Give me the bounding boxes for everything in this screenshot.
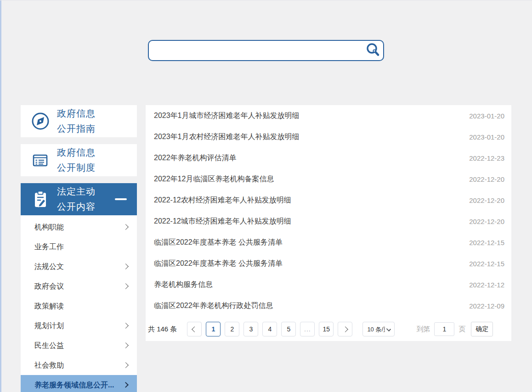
page-number-button[interactable]: ...: [300, 322, 315, 336]
sidebar-menu-item[interactable]: 法规公文: [21, 257, 137, 276]
minus-icon[interactable]: [115, 198, 127, 200]
page-number-button[interactable]: 3: [243, 322, 258, 336]
page-number-button[interactable]: 1: [206, 322, 221, 336]
confirm-button[interactable]: 确定: [471, 322, 493, 336]
document-title-link[interactable]: 2023年1月城市经济困难老年人补贴发放明细: [154, 111, 300, 121]
document-list-row[interactable]: 2022-12农村经济困难老年人补贴发放明细 2022-12-20: [146, 190, 511, 211]
chevron-right-icon: [342, 326, 348, 332]
sidebar-menu-item-label: 业务工作: [34, 237, 64, 257]
document-date: 2022-12-09: [469, 302, 504, 310]
document-date: 2022-12-20: [469, 196, 504, 204]
chevron-right-icon: [123, 224, 129, 230]
sidebar-card-label: 政府信息 公开制度: [57, 145, 96, 175]
page-number-buttons: 1 2 3 4 5 ... 15: [206, 322, 338, 336]
prev-page-button[interactable]: [187, 322, 202, 336]
goto-page-input[interactable]: [434, 322, 454, 336]
sidebar-menu-item-label: 法规公文: [34, 257, 64, 276]
document-list-row[interactable]: 养老机构服务信息 2022-12-12: [146, 274, 511, 295]
sidebar-menu-item[interactable]: 政策解读: [21, 296, 137, 316]
document-title-link[interactable]: 2022年12月临淄区养老机构备案信息: [154, 174, 274, 184]
page: 政府信息 公开指南 政府信息 公开制度: [0, 0, 532, 392]
document-list-row[interactable]: 临淄区2022年养老机构行政处罚信息 2022-12-09: [146, 295, 511, 316]
sidebar-menu-item[interactable]: 规划计划: [21, 316, 137, 336]
page-left-accent-strip: [0, 0, 1, 392]
content-panel: 2023年1月城市经济困难老年人补贴发放明细 2023-01-20 2023年1…: [146, 105, 511, 341]
sidebar-menu: 机构职能 业务工作 法规公文 政府会议 政策解读 规划计划 民生公益 社会救助 …: [21, 215, 137, 392]
document-date: 2022-12-12: [469, 281, 504, 289]
document-list-row[interactable]: 临淄区2022年度基本养老 公共服务清单 2022-12-15: [146, 232, 511, 253]
goto-suffix-label: 页: [458, 325, 465, 334]
sidebar-menu-item-label: 养老服务领域信息公开...: [34, 375, 114, 392]
compass-icon: [30, 111, 51, 132]
document-date: 2023-01-20: [469, 112, 504, 120]
chevron-right-icon: [123, 362, 129, 368]
document-date: 2022-12-15: [469, 239, 504, 246]
sidebar-menu-item-label: 政策解读: [34, 296, 64, 316]
search-input[interactable]: [149, 41, 363, 60]
document-list-row[interactable]: 2022-12城市经济困难老年人补贴发放明细 2022-12-20: [146, 211, 511, 232]
chevron-right-icon: [123, 283, 129, 289]
document-list-row[interactable]: 临淄区2022年度基本养老 公共服务清单 2022-12-15: [146, 253, 511, 274]
sidebar-menu-item-label: 机构职能: [34, 217, 64, 237]
document-date: 2022-12-23: [469, 154, 504, 162]
document-list-row[interactable]: 2023年1月农村经济困难老年人补贴发放明细 2023-01-20: [146, 126, 511, 147]
search-button[interactable]: [363, 41, 383, 60]
chevron-right-icon: [123, 382, 129, 388]
document-list-row[interactable]: 2022年养老机构评估清单 2022-12-23: [146, 147, 511, 168]
page-number-button[interactable]: 4: [262, 322, 277, 336]
document-title-link[interactable]: 临淄区2022年度基本养老 公共服务清单: [154, 238, 283, 247]
document-date: 2023-01-20: [469, 133, 504, 141]
sidebar-menu-item[interactable]: 养老服务领域信息公开...: [21, 375, 137, 392]
sidebar-menu-item[interactable]: 业务工作: [21, 237, 137, 257]
document-date: 2022-12-20: [469, 218, 504, 225]
document-list-row[interactable]: 2022年12月临淄区养老机构备案信息 2022-12-20: [146, 168, 511, 190]
document-title-link[interactable]: 2023年1月农村经济困难老年人补贴发放明细: [154, 132, 300, 142]
document-title-link[interactable]: 临淄区2022年度基本养老 公共服务清单: [154, 259, 283, 269]
ledger-icon: [30, 150, 51, 171]
document-title-link[interactable]: 临淄区2022年养老机构行政处罚信息: [154, 301, 273, 311]
goto-page-group: 到第 页 确定: [416, 322, 493, 336]
sidebar-menu-item-label: 政府会议: [34, 276, 64, 296]
clipboard-pen-icon: [30, 189, 51, 210]
sidebar-menu-item[interactable]: 社会救助: [21, 355, 137, 375]
next-page-button[interactable]: [338, 322, 352, 336]
document-title-link[interactable]: 养老机构服务信息: [154, 280, 213, 290]
search-icon: [365, 42, 381, 59]
chevron-right-icon: [123, 263, 129, 269]
document-list: 2023年1月城市经济困难老年人补贴发放明细 2023-01-20 2023年1…: [146, 105, 511, 316]
pagination-bar: 共 146 条 1 2 3 4 5 ... 15 10 条/页 到第 页: [147, 322, 504, 336]
search-bar: [148, 40, 384, 61]
page-number-button[interactable]: 2: [225, 322, 239, 336]
goto-prefix-label: 到第: [416, 325, 430, 334]
chevron-right-icon: [123, 342, 129, 348]
page-size-select[interactable]: 10 条/页: [362, 322, 395, 336]
page-number-button[interactable]: 15: [319, 322, 334, 336]
document-title-link[interactable]: 2022年养老机构评估清单: [154, 153, 237, 163]
sidebar-menu-item[interactable]: 机构职能: [21, 217, 137, 237]
sidebar-card-guide[interactable]: 政府信息 公开指南: [21, 105, 137, 137]
chevron-left-icon: [192, 326, 198, 332]
sidebar-menu-item[interactable]: 民生公益: [21, 336, 137, 355]
page-number-button[interactable]: 5: [281, 322, 296, 336]
document-date: 2022-12-15: [469, 260, 504, 268]
document-date: 2022-12-20: [469, 175, 504, 183]
chevron-right-icon: [123, 323, 129, 329]
sidebar-menu-item-label: 规划计划: [34, 316, 64, 336]
sidebar-menu-item[interactable]: 政府会议: [21, 276, 137, 296]
sidebar-menu-item-label: 民生公益: [34, 336, 64, 355]
sidebar-card-label: 政府信息 公开指南: [57, 106, 96, 136]
page-size-select-wrap: 10 条/页: [362, 322, 395, 336]
document-list-row[interactable]: 2023年1月城市经济困难老年人补贴发放明细 2023-01-20: [146, 105, 511, 126]
sidebar-card-label: 法定主动 公开内容: [57, 184, 96, 214]
sidebar-card-statutory[interactable]: 法定主动 公开内容: [21, 183, 137, 215]
sidebar-card-rules[interactable]: 政府信息 公开制度: [21, 144, 137, 176]
document-title-link[interactable]: 2022-12农村经济困难老年人补贴发放明细: [154, 196, 291, 205]
total-count-label: 共 146 条: [148, 325, 177, 334]
sidebar-menu-item-label: 社会救助: [34, 355, 64, 375]
document-title-link[interactable]: 2022-12城市经济困难老年人补贴发放明细: [154, 217, 291, 226]
